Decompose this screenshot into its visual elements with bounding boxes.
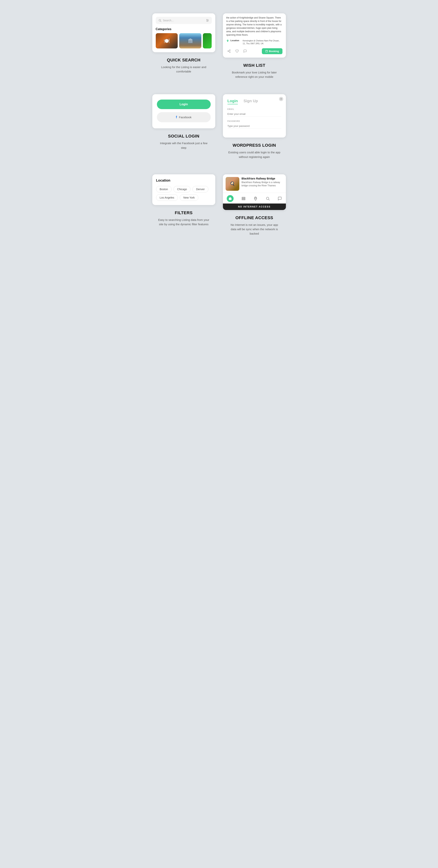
svg-point-8 — [229, 50, 230, 51]
wish-list-desc: Bookmark your love Listing for later ref… — [228, 70, 281, 79]
tag-los-angeles[interactable]: Los Angeles — [156, 194, 178, 201]
offline-access-title: OFFLINE ACCESS — [235, 215, 273, 220]
svg-line-1 — [160, 21, 161, 22]
location-tags: Boston Chicago Denver Los Angeles New Yo… — [156, 186, 211, 201]
wishlist-actions: Booking — [226, 48, 283, 54]
offline-listing-row: 🍳 Blackfriars Railway Bridge Blackfriars… — [223, 174, 286, 193]
tag-denver[interactable]: Denver — [193, 186, 208, 192]
svg-rect-19 — [242, 199, 245, 200]
quick-search-desc: Looking for the Listing is easier and co… — [157, 65, 210, 74]
home-nav-icon[interactable] — [227, 195, 234, 202]
feature-quick-search: Search... Categories 🍽️ 🏛️ — [148, 8, 219, 89]
offline-nav-bar — [223, 193, 286, 204]
location-value: Kensington & Chelsea Nam Pai Chuan, 11, … — [243, 39, 283, 45]
location-pin-icon — [226, 39, 229, 42]
social-login-card: Login f Facebook — [152, 94, 215, 128]
categories-images: 🍽️ 🏛️ — [156, 33, 212, 49]
filters-card: Location Boston Chicago Denver Los Angel… — [152, 174, 215, 205]
password-label: PASSWORD — [228, 120, 281, 122]
filter-icon[interactable] — [206, 19, 209, 22]
search-nav-icon[interactable] — [266, 196, 270, 200]
social-login-desc: Integrate wih the Facebook just a few st… — [157, 141, 210, 150]
email-label: EMAIL — [228, 108, 281, 110]
filters-desc: Easy to searching Listing data from your… — [157, 218, 210, 226]
svg-rect-18 — [242, 198, 245, 199]
offline-listing-desc: Blackfriars Railway Bridge is a railway … — [242, 181, 283, 187]
wishlist-listing-desc: the action of Knightsbridge and Sloane S… — [226, 16, 283, 37]
email-input[interactable] — [228, 112, 281, 117]
offline-access-desc: No Internet is not an issues, your app d… — [228, 223, 281, 236]
category-food-image: 🍽️ — [156, 33, 178, 49]
comment-icon[interactable] — [242, 49, 248, 54]
offline-listing-thumbnail: 🍳 — [226, 177, 239, 191]
search-bar[interactable]: Search... — [156, 17, 212, 24]
tag-chicago[interactable]: Chicago — [174, 186, 191, 192]
social-login-title: SOCIAL LOGIN — [168, 134, 199, 139]
feature-wordpress-login: ✕ Login Sign Up EMAIL PASSWORD WORDPRESS… — [219, 89, 290, 168]
feature-filters: Location Boston Chicago Denver Los Angel… — [148, 168, 219, 245]
offline-listing-info: Blackfriars Railway Bridge Blackfriars R… — [242, 177, 283, 187]
no-internet-banner: NO INTERNET ACCESS — [223, 204, 286, 210]
svg-point-9 — [228, 51, 229, 52]
feature-social-login: Login f Facebook SOCIAL LOGIN Integrate … — [148, 89, 219, 168]
wp-tabs: Login Sign Up — [228, 99, 281, 104]
svg-point-10 — [229, 52, 230, 53]
svg-rect-13 — [265, 50, 268, 53]
facebook-button[interactable]: f Facebook — [157, 112, 211, 122]
login-button[interactable]: Login — [157, 99, 211, 109]
tab-signup[interactable]: Sign Up — [243, 99, 258, 104]
svg-point-21 — [266, 197, 269, 199]
offline-access-card: 🍳 Blackfriars Railway Bridge Blackfriars… — [223, 174, 286, 210]
categories-label: Categories — [156, 28, 212, 31]
tag-boston[interactable]: Boston — [156, 186, 172, 192]
svg-line-12 — [229, 50, 229, 51]
booking-button[interactable]: Booking — [262, 48, 283, 54]
search-placeholder: Search... — [163, 19, 206, 22]
category-extra-image — [203, 33, 212, 49]
map-nav-icon[interactable] — [254, 196, 258, 200]
list-nav-icon[interactable] — [241, 196, 245, 200]
filters-title: FILTERS — [175, 210, 193, 215]
messages-nav-icon[interactable] — [278, 196, 282, 200]
category-building-image: 🏛️ — [179, 33, 201, 49]
wishlist-location-row: Location Kensington & Chelsea Nam Pai Ch… — [226, 39, 283, 45]
wish-list-title: WISH LIST — [243, 63, 265, 68]
share-icon[interactable] — [226, 49, 232, 54]
heart-icon[interactable] — [234, 49, 240, 54]
facebook-icon: f — [176, 115, 177, 119]
location-label: Location — [231, 39, 241, 41]
search-icon — [158, 19, 162, 22]
svg-rect-17 — [242, 197, 245, 198]
offline-listing-title: Blackfriars Railway Bridge — [242, 177, 283, 180]
wordpress-login-card: ✕ Login Sign Up EMAIL PASSWORD — [223, 94, 286, 137]
close-button[interactable]: ✕ — [279, 97, 283, 101]
svg-point-5 — [206, 19, 207, 20]
wish-list-card: the action of Knightsbridge and Sloane S… — [223, 13, 286, 58]
tab-login[interactable]: Login — [228, 99, 238, 104]
quick-search-card: Search... Categories 🍽️ 🏛️ — [152, 13, 215, 52]
booking-btn-label: Booking — [269, 50, 279, 53]
svg-line-22 — [268, 199, 269, 200]
password-input[interactable] — [228, 123, 281, 129]
facebook-btn-label: Facebook — [179, 116, 192, 119]
svg-line-11 — [229, 51, 229, 52]
wordpress-login-title: WORDPRESS LOGIN — [233, 143, 276, 148]
wordpress-login-desc: Existing users could able login to the a… — [228, 150, 281, 159]
location-section-title: Location — [156, 179, 211, 183]
feature-wish-list: the action of Knightsbridge and Sloane S… — [219, 8, 290, 89]
svg-point-6 — [208, 20, 208, 21]
tag-new-york[interactable]: New York — [180, 194, 198, 201]
svg-point-7 — [207, 21, 207, 22]
feature-offline-access: 🍳 Blackfriars Railway Bridge Blackfriars… — [219, 168, 290, 245]
quick-search-title: QUICK SEARCH — [167, 58, 201, 63]
svg-point-20 — [255, 197, 256, 199]
